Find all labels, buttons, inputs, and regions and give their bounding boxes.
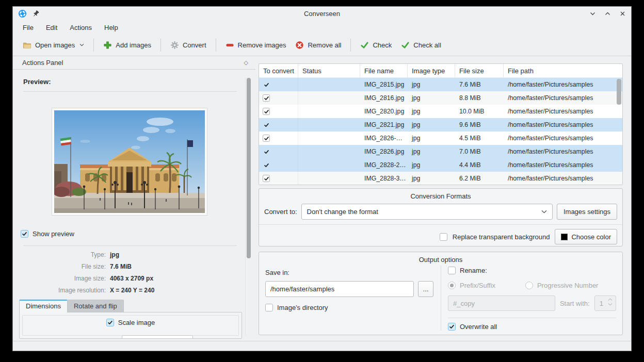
scale-image-label: Scale image (118, 319, 155, 326)
row-checkbox[interactable] (263, 175, 270, 182)
table-row[interactable]: IMG_2826-Mo... jpg 4.5 MiB /home/faster/… (259, 131, 622, 145)
column-header[interactable]: File name (360, 64, 408, 77)
choose-color-button[interactable]: Choose color (555, 229, 617, 244)
browse-button[interactable]: ... (418, 281, 433, 297)
column-header[interactable]: To convert (259, 64, 298, 77)
minus-icon (226, 41, 234, 50)
dimensions-tab-content: Scale image (19, 312, 242, 339)
check-label: Check (373, 41, 392, 49)
panel-scrollbar[interactable] (245, 78, 250, 336)
cell-file-size: 10.0 MiB (455, 108, 504, 115)
titlebar[interactable]: Converseen (13, 7, 631, 21)
cell-image-type: jpg (408, 135, 455, 142)
table-row[interactable]: IMG_2826.jpg jpg 7.0 MiB /home/faster/Pi… (259, 145, 622, 158)
check-button[interactable]: Check (356, 38, 396, 52)
menu-actions[interactable]: Actions (70, 24, 92, 31)
start-with-spinbox: 1 (594, 295, 616, 311)
row-checkbox[interactable] (263, 108, 270, 115)
checkbox[interactable] (106, 319, 114, 326)
divider (23, 91, 237, 92)
output-options-group: Output options Save in: ... Image's dire… (259, 252, 623, 335)
check-icon (360, 41, 369, 50)
remove-all-button[interactable]: Remove all (291, 38, 346, 52)
cell-file-path: /home/faster/Pictures/samples (504, 175, 622, 182)
converseen-window: Converseen FileEditActionsHelp Open imag… (12, 6, 632, 351)
start-with-label: Start with: (560, 300, 590, 307)
row-checkbox[interactable] (263, 94, 270, 102)
menu-file[interactable]: File (23, 24, 34, 31)
cell-image-type: jpg (408, 94, 455, 102)
menu-help[interactable]: Help (104, 24, 118, 31)
menu-edit[interactable]: Edit (46, 24, 57, 31)
tab-rotate-and-flip[interactable]: Rotate and flip (67, 300, 124, 312)
gear-icon (170, 41, 179, 50)
toolbar-separator (216, 39, 216, 52)
cell-image-type: jpg (408, 121, 455, 128)
save-in-input[interactable] (265, 281, 414, 297)
checkbox[interactable] (21, 230, 28, 238)
maximize-button[interactable] (604, 10, 611, 17)
minimize-button[interactable] (589, 10, 596, 17)
check-all-button[interactable]: Check all (396, 38, 445, 52)
chevron-down-icon (608, 303, 613, 306)
statusbar (13, 341, 631, 351)
cell-file-size: 7.6 MiB (455, 81, 504, 88)
cell-file-name: IMG_2826-Mo... (360, 135, 408, 142)
images-settings-button[interactable]: Images settings (557, 204, 617, 220)
cell-image-type: jpg (408, 161, 455, 169)
row-checkbox[interactable] (263, 81, 270, 88)
close-button[interactable] (619, 10, 626, 17)
cell-file-size: 6.2 MiB (455, 175, 504, 182)
column-header[interactable]: Image type (408, 64, 455, 77)
images-directory-checkbox[interactable] (265, 304, 273, 311)
cell-file-name: IMG_2828-3.jpg (360, 175, 408, 182)
column-header[interactable]: File path (504, 64, 622, 77)
cell-file-size: 9.6 MiB (455, 121, 504, 128)
rename-checkbox[interactable] (448, 267, 456, 274)
tab-dimensions[interactable]: Dimensions (19, 300, 68, 312)
table-scrollbar-thumb[interactable] (617, 79, 621, 105)
cell-file-path: /home/faster/Pictures/samples (504, 161, 622, 169)
divider (448, 318, 616, 318)
remove-images-button[interactable]: Remove images (221, 38, 291, 52)
cell-file-path: /home/faster/Pictures/samples (504, 108, 622, 115)
column-header[interactable]: Status (298, 64, 360, 77)
conversion-formats-group: Conversion Formats Convert to: Don't cha… (259, 188, 623, 246)
preview-label: Preview: (23, 78, 51, 86)
add-images-button[interactable]: Add images (99, 38, 156, 52)
cell-file-name: IMG_2816.jpg (360, 94, 408, 102)
info-value: 4063 x 2709 px (110, 275, 154, 282)
remove-all-label: Remove all (308, 41, 341, 49)
row-checkbox[interactable] (263, 148, 270, 155)
float-panel-button[interactable]: ◇ (244, 59, 248, 66)
cell-file-path: /home/faster/Pictures/samples (504, 81, 622, 88)
row-checkbox[interactable] (263, 161, 270, 169)
convert-button[interactable]: Convert (166, 38, 211, 52)
scale-image-checkbox[interactable]: Scale image (20, 319, 242, 326)
actions-panel: Actions Panel ◇ Preview: (13, 56, 255, 341)
replace-background-checkbox[interactable] (440, 233, 447, 241)
table-row[interactable]: IMG_2816.jpg jpg 8.8 MiB /home/faster/Pi… (259, 91, 622, 105)
remove-images-label: Remove images (238, 41, 286, 49)
table-row[interactable]: IMG_2828-3.jpg jpg 6.2 MiB /home/faster/… (259, 172, 622, 185)
rename-label: Rename: (460, 267, 487, 274)
format-combobox[interactable]: Don't change the format (301, 204, 553, 220)
partially-visible-widget[interactable] (122, 335, 193, 339)
table-row[interactable]: IMG_2820.jpg jpg 10.0 MiB /home/faster/P… (259, 105, 622, 118)
cell-file-name: IMG_2820.jpg (360, 108, 408, 115)
toolbar-separator (93, 39, 94, 52)
open-images-button[interactable]: Open images (18, 38, 89, 52)
row-checkbox[interactable] (263, 135, 270, 142)
overwrite-all-checkbox[interactable] (448, 323, 456, 331)
rename-pattern-input (448, 295, 555, 311)
show-preview-checkbox[interactable]: Show preview (21, 230, 74, 238)
chevron-down-icon (79, 43, 84, 46)
file-table: To convertStatusFile nameImage typeFile … (259, 63, 623, 185)
folder-icon (23, 41, 31, 50)
table-row[interactable]: IMG_2815.jpg jpg 7.6 MiB /home/faster/Pi… (259, 78, 622, 91)
table-row[interactable]: IMG_2828-2.jpg jpg 4.4 MiB /home/faster/… (259, 158, 622, 172)
table-row[interactable]: IMG_2821.jpg jpg 9.6 MiB /home/faster/Pi… (259, 118, 622, 131)
scrollbar-thumb[interactable] (247, 78, 251, 258)
row-checkbox[interactable] (263, 121, 270, 128)
column-header[interactable]: File size (455, 64, 504, 77)
